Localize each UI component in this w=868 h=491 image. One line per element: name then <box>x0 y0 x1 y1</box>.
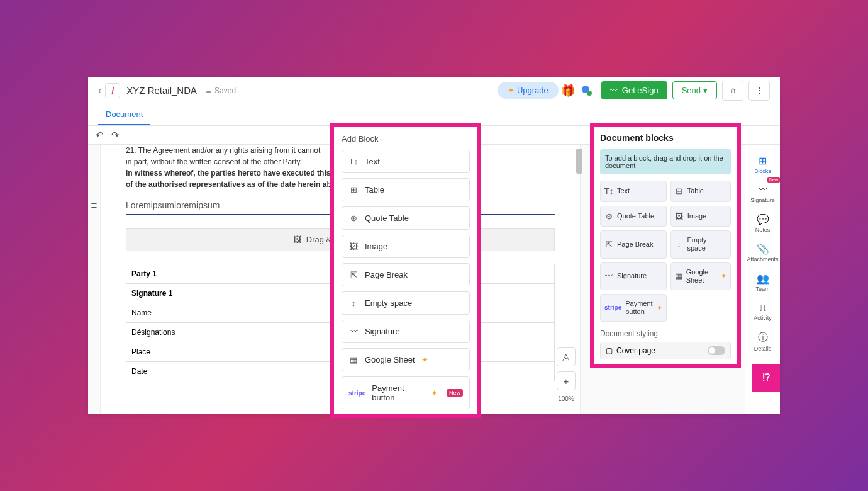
zoom-level: 100% <box>558 395 574 402</box>
blocks-label: Blocks <box>754 168 771 174</box>
document-title[interactable]: XYZ Retail_NDA <box>126 85 197 96</box>
grid-block-empty-space[interactable]: ↕Empty space <box>670 230 731 258</box>
topbar: ‹ / XYZ Retail_NDA ☁ Saved ✦ Upgrade 🎁 〰… <box>88 77 780 104</box>
signature-icon: 〰 <box>758 184 768 196</box>
block-option-page-break[interactable]: ⇱Page Break <box>342 263 470 286</box>
send-label: Send <box>682 86 701 95</box>
svg-point-1 <box>587 91 592 96</box>
notes-icon: 💬 <box>757 213 769 225</box>
user-icon[interactable] <box>577 81 596 100</box>
paint-icon: ◬ <box>562 351 570 363</box>
cover-page-label: Cover page <box>616 346 655 355</box>
attachments-label: Attachments <box>747 256 778 262</box>
activity-icon: ⎍ <box>760 302 766 313</box>
image-icon: 🖼 <box>293 235 301 244</box>
sidebar-item-notes[interactable]: 💬 Notes <box>745 208 780 238</box>
outline-icon[interactable]: ≣ <box>88 199 100 211</box>
signature-icon: 〰 <box>610 86 618 95</box>
page-icon: ▢ <box>606 346 613 355</box>
cover-toggle[interactable] <box>708 346 725 355</box>
app-logo: / <box>105 83 120 98</box>
tab-document[interactable]: Document <box>98 104 150 125</box>
cover-page-row[interactable]: ▢ Cover page <box>600 342 731 359</box>
grid-block-google-sheet[interactable]: ▦Google Sheet ✦ <box>670 262 731 290</box>
panel-title: Document blocks <box>600 133 731 143</box>
grid-block-signature[interactable]: 〰Signature <box>600 262 667 290</box>
details-label: Details <box>754 346 772 352</box>
sidebar-item-details[interactable]: ⓘ Details <box>745 326 780 357</box>
block-option-image[interactable]: 🖼Image <box>342 235 470 258</box>
esign-label: Get eSign <box>622 86 659 95</box>
send-button[interactable]: Send ▾ <box>672 81 717 99</box>
undo-icon[interactable]: ↶ <box>96 130 104 141</box>
add-block-title: Add Block <box>342 134 470 144</box>
team-label: Team <box>755 286 769 292</box>
sidebar-item-activity[interactable]: ⎍ Activity <box>745 297 780 326</box>
document-blocks-panel: Document blocks To add a block, drag and… <box>590 123 741 368</box>
share-button[interactable]: ⋔ <box>722 81 743 101</box>
left-gutter: ≣ <box>88 145 101 414</box>
cloud-icon: ☁ <box>204 86 212 95</box>
signature-label: Signature <box>750 197 775 203</box>
blocks-icon: ⊞ <box>759 155 767 167</box>
gift-icon[interactable]: 🎁 <box>559 81 577 100</box>
zoom-controls: ◬ + 100% <box>557 347 576 402</box>
grid-block-image[interactable]: 🖼Image <box>670 206 731 227</box>
notes-label: Notes <box>755 227 771 233</box>
paperclip-icon: 📎 <box>757 243 769 255</box>
block-option-table[interactable]: ⊞Table <box>342 178 470 201</box>
sparkle-icon: ✦ <box>508 86 515 95</box>
sidebar-item-blocks[interactable]: ⊞ Blocks <box>745 150 780 179</box>
paint-bucket-button[interactable]: ◬ <box>557 347 576 366</box>
grid-block-text[interactable]: T↕Text <box>600 181 667 202</box>
grid-block-page-break[interactable]: ⇱Page Break <box>600 230 667 258</box>
kebab-icon: ⋮ <box>755 86 764 95</box>
add-block-menu: Add Block T↕Text⊞Table⊛Quote Table🖼Image… <box>330 123 481 418</box>
scrollbar[interactable] <box>576 149 582 174</box>
activity-label: Activity <box>754 315 772 321</box>
block-option-payment-button[interactable]: stripePayment button ✦New <box>342 376 470 409</box>
zoom-in-button[interactable]: + <box>557 371 576 390</box>
back-chevron[interactable]: ‹ <box>98 85 101 96</box>
saved-status: ☁ Saved <box>204 86 236 95</box>
sidebar-item-team[interactable]: 👥 Team <box>745 268 780 297</box>
panel-hint: To add a block, drag and drop it on the … <box>600 149 731 174</box>
grid-block-quote-table[interactable]: ⊛Quote Table <box>600 206 667 227</box>
block-option-text[interactable]: T↕Text <box>342 150 470 173</box>
redo-icon[interactable]: ↷ <box>111 130 120 141</box>
block-option-signature[interactable]: 〰Signature <box>342 320 470 343</box>
block-option-google-sheet[interactable]: ▦Google Sheet ✦ <box>342 348 470 371</box>
sidebar-item-signature[interactable]: New 〰 Signature <box>745 179 780 208</box>
chat-icon: ⁉ <box>762 371 771 385</box>
team-icon: 👥 <box>757 273 769 285</box>
saved-label: Saved <box>214 86 236 95</box>
help-fab[interactable]: ⁉ <box>752 364 780 392</box>
grid-block-table[interactable]: ⊞Table <box>670 181 731 202</box>
sidebar-item-attachments[interactable]: 📎 Attachments <box>745 238 780 268</box>
get-esign-button[interactable]: 〰 Get eSign <box>601 81 667 99</box>
info-icon: ⓘ <box>758 331 768 344</box>
upgrade-label: Upgrade <box>517 86 548 95</box>
grid-block-payment-button[interactable]: stripePayment button ✦ <box>600 294 667 322</box>
new-badge: New <box>767 177 780 183</box>
share-icon: ⋔ <box>730 86 737 95</box>
block-option-empty-space[interactable]: ↕Empty space <box>342 291 470 315</box>
block-option-quote-table[interactable]: ⊛Quote Table <box>342 206 470 230</box>
upgrade-button[interactable]: ✦ Upgrade <box>498 82 559 99</box>
more-button[interactable]: ⋮ <box>748 81 770 101</box>
styling-title: Document styling <box>600 329 731 338</box>
chevron-down-icon: ▾ <box>703 86 708 95</box>
